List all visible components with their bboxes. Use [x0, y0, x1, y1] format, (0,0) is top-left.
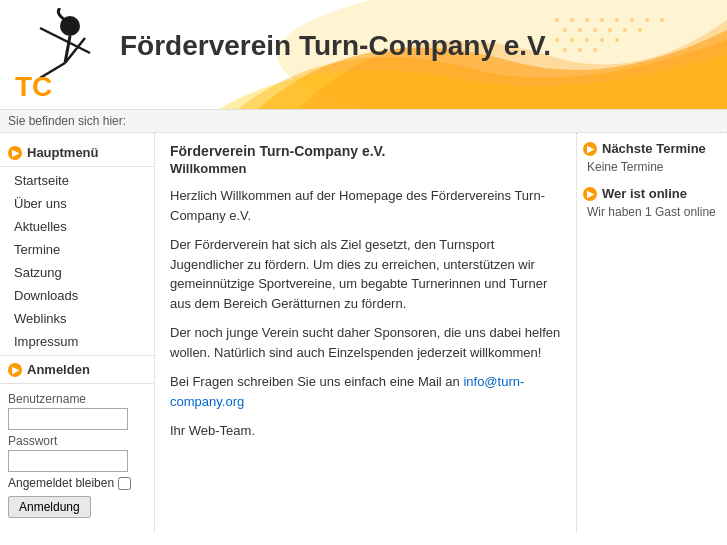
svg-point-22: [593, 48, 597, 52]
menu-divider-bottom: [0, 355, 154, 356]
username-input[interactable]: [8, 408, 128, 430]
content-subtitle: Willkommen: [170, 161, 561, 176]
main-menu-label: Hauptmenü: [27, 145, 99, 160]
paragraph-3: Der noch junge Verein sucht daher Sponso…: [170, 323, 561, 362]
breadcrumb: Sie befinden sich hier:: [0, 110, 727, 133]
header: TC Förderverein Turn-Company e.V.: [0, 0, 727, 110]
sidebar-item-downloads[interactable]: Downloads: [0, 284, 154, 307]
svg-point-8: [660, 18, 664, 22]
sidebar-item-impressum[interactable]: Impressum: [0, 330, 154, 353]
svg-point-2: [570, 18, 574, 22]
svg-point-14: [638, 28, 642, 32]
logo: TC: [10, 8, 110, 103]
svg-point-20: [563, 48, 567, 52]
breadcrumb-text: Sie befinden sich hier:: [8, 114, 126, 128]
login-bullet: ▶: [8, 363, 22, 377]
login-button[interactable]: Anmeldung: [8, 496, 91, 518]
svg-point-10: [578, 28, 582, 32]
sidebar-item-satzung[interactable]: Satzung: [0, 261, 154, 284]
svg-text:TC: TC: [15, 71, 52, 102]
remember-checkbox[interactable]: [118, 477, 131, 490]
paragraph-5: Ihr Web-Team.: [170, 421, 561, 441]
login-header: ▶ Anmelden: [0, 358, 154, 381]
site-title: Förderverein Turn-Company e.V.: [120, 30, 551, 62]
svg-point-7: [645, 18, 649, 22]
sidebar-item-aktuelles[interactable]: Aktuelles: [0, 215, 154, 238]
svg-point-12: [608, 28, 612, 32]
online-header: ▶ Wer ist online: [583, 186, 721, 201]
svg-point-3: [585, 18, 589, 22]
login-form: Benutzername Passwort Angemeldet bleiben…: [0, 386, 154, 524]
svg-point-19: [615, 38, 619, 42]
remember-row: Angemeldet bleiben: [8, 476, 146, 490]
username-label: Benutzername: [8, 392, 146, 406]
sidebar-item-termine[interactable]: Termine: [0, 238, 154, 261]
online-label: Wer ist online: [602, 186, 687, 201]
paragraph-4: Bei Fragen schreiben Sie uns einfach ein…: [170, 372, 561, 411]
svg-point-13: [623, 28, 627, 32]
online-text: Wir haben 1 Gast online: [583, 205, 721, 219]
svg-point-15: [555, 38, 559, 42]
main-layout: ▶ Hauptmenü Startseite Über uns Aktuelle…: [0, 133, 727, 533]
menu-divider-top: [0, 166, 154, 167]
paragraph-2: Der Förderverein hat sich als Ziel geset…: [170, 235, 561, 313]
svg-point-16: [570, 38, 574, 42]
password-input[interactable]: [8, 450, 128, 472]
svg-point-11: [593, 28, 597, 32]
content-title: Förderverein Turn-Company e.V.: [170, 143, 561, 159]
svg-point-18: [600, 38, 604, 42]
sidebar-item-startseite[interactable]: Startseite: [0, 169, 154, 192]
right-sidebar: ▶ Nächste Termine Keine Termine ▶ Wer is…: [577, 133, 727, 533]
next-dates-label: Nächste Termine: [602, 141, 706, 156]
svg-point-4: [600, 18, 604, 22]
svg-point-21: [578, 48, 582, 52]
svg-point-1: [555, 18, 559, 22]
svg-point-6: [630, 18, 634, 22]
online-bullet: ▶: [583, 187, 597, 201]
sidebar-item-weblinks[interactable]: Weblinks: [0, 307, 154, 330]
svg-point-9: [563, 28, 567, 32]
login-divider: [0, 383, 154, 384]
remember-label: Angemeldet bleiben: [8, 476, 114, 490]
main-menu-bullet: ▶: [8, 146, 22, 160]
dates-bullet: ▶: [583, 142, 597, 156]
next-dates-header: ▶ Nächste Termine: [583, 141, 721, 156]
sidebar-item-ueber-uns[interactable]: Über uns: [0, 192, 154, 215]
paragraph-1: Herzlich Willkommen auf der Homepage des…: [170, 186, 561, 225]
left-sidebar: ▶ Hauptmenü Startseite Über uns Aktuelle…: [0, 133, 155, 533]
password-label: Passwort: [8, 434, 146, 448]
svg-point-5: [615, 18, 619, 22]
main-content: Förderverein Turn-Company e.V. Willkomme…: [155, 133, 577, 533]
email-link[interactable]: info@turn-company.org: [170, 374, 524, 409]
main-menu-header: ▶ Hauptmenü: [0, 141, 154, 164]
svg-point-17: [585, 38, 589, 42]
no-dates-text: Keine Termine: [583, 160, 721, 174]
login-label: Anmelden: [27, 362, 90, 377]
